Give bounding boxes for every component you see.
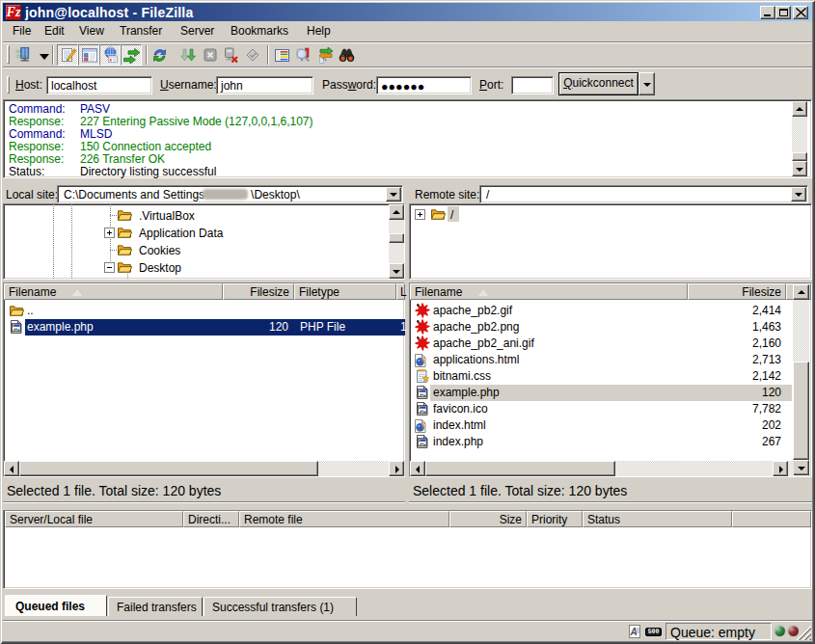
svg-text:A: A xyxy=(630,627,638,637)
